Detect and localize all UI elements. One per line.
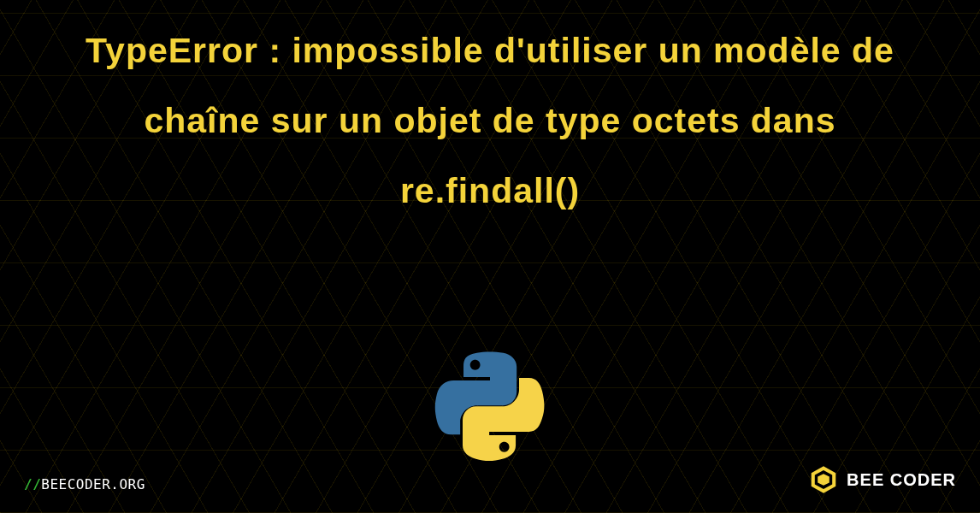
poster-canvas: TypeError : impossible d'utiliser un mod…	[0, 0, 980, 513]
url-text: BEECODER.ORG	[41, 476, 145, 492]
hexagon-icon	[809, 465, 838, 494]
brand-block: BEE CODER	[809, 465, 956, 494]
title-text: TypeError : impossible d'utiliser un mod…	[51, 15, 929, 226]
python-logo-container	[0, 351, 980, 462]
url-slashes: //	[24, 476, 41, 492]
python-logo-icon	[434, 351, 546, 462]
footer-url: //BEECODER.ORG	[24, 476, 145, 492]
brand-text: BEE CODER	[847, 470, 956, 490]
